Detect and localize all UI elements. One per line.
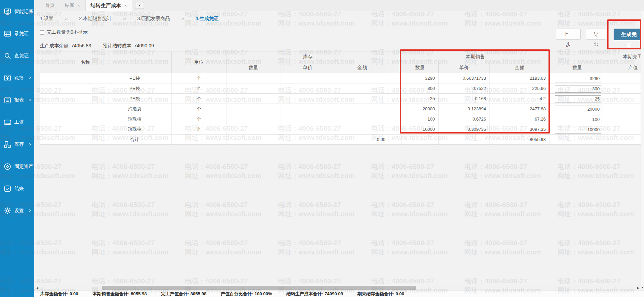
sidebar-item-3[interactable]: 查凭证 (0, 48, 34, 63)
close-icon[interactable]: × (77, 3, 80, 8)
column-header-inv-price: 单价 (280, 62, 335, 73)
cell-sale-amount: 2477.88 (490, 104, 550, 114)
sidebar-item-label: 设置 (14, 208, 24, 214)
cell-unit: 个 (172, 114, 226, 124)
scroll-right-icon[interactable]: ▶ (636, 285, 641, 290)
watermark-text: 电话：4006-6500-27网址：www.tdxsoft.com (92, 238, 169, 257)
watermark-text: 电话：4006-6500-27网址：www.tdxsoft.com (185, 238, 262, 257)
checkbox-icon[interactable] (40, 30, 44, 35)
report-icon (3, 96, 12, 105)
finished-qty-input[interactable]: 25 (555, 95, 601, 103)
cell-inv-price (280, 135, 335, 145)
watermark-phone: 电话：4006-6500-27 (185, 162, 262, 171)
cell-sale-qty: 3290 (401, 73, 439, 83)
sidebar-item-5[interactable]: 报表> (0, 93, 34, 108)
breadcrumb-step-1[interactable]: 1.设置 (40, 16, 54, 22)
watermark-site: 网址：www.tdxsoft.com (371, 248, 448, 257)
voucher-search-icon (3, 51, 12, 60)
scroll-left-icon[interactable]: ◀ (35, 285, 40, 290)
watermark-phone: 电话：4006-6500-27 (371, 200, 448, 209)
close-icon[interactable]: × (125, 3, 127, 8)
sidebar-item-label: 查凭证 (14, 53, 29, 59)
sidebar-item-label: 录凭证 (14, 31, 29, 37)
cell-sale-amount: 8055.98 (490, 135, 550, 145)
sidebar-item-10[interactable]: 设置> (0, 203, 34, 218)
finished-qty-input[interactable]: 100 (555, 116, 601, 123)
previous-step-button[interactable]: 上一步 (556, 29, 581, 40)
horizontal-scrollbar[interactable]: ◀ ▶ (34, 285, 641, 290)
watermark-site: 网址：www.tdxsoft.com (557, 171, 634, 181)
cell-inv-qty (226, 83, 280, 94)
sidebar-item-2[interactable]: 录凭证 (0, 26, 34, 41)
status-item-3: 完工产值合计: 8055.98 (161, 291, 206, 297)
watermark-phone: 电话：4006-6500-27 (92, 277, 169, 286)
breadcrumb-step-4: 4.生成凭证 (195, 16, 219, 22)
watermark-text: 电话：4006-6500-27网址：www.tdxsoft.com (371, 238, 448, 257)
column-header-name: 名称 (40, 51, 172, 73)
watermark-site: 网址：www.tdxsoft.com (464, 19, 541, 28)
export-button[interactable]: 导出 (586, 29, 606, 40)
sidebar-item-label: 报表 (14, 97, 24, 103)
table-row: 珍珠棉个100000.3097353097.35100003097.35 (40, 124, 644, 135)
cell-sale-qty: 100 (401, 114, 439, 124)
vertical-scrollbar[interactable] (641, 11, 644, 285)
tab-closing[interactable]: 结账 × (60, 0, 85, 11)
hide-zero-finished-checkbox[interactable]: 完工数量为0不显示 (40, 29, 88, 35)
cell-sale-price: 0.7522 (439, 83, 490, 94)
watermark-phone: 电话：4006-6500-27 (278, 200, 355, 209)
tab-carryover-production-cost[interactable]: 结转生产成本 × (85, 0, 133, 11)
cell-inv-amount (335, 114, 389, 124)
status-item-4: 产值百分比合计: 100.00% (221, 291, 272, 297)
watermark-phone: 电话：4006-6500-27 (464, 200, 541, 209)
horizontal-scroll-thumb[interactable] (102, 286, 416, 290)
checkbox-label: 完工数量为0不显示 (47, 29, 88, 35)
cell-fin-output: 4.2 (605, 94, 644, 104)
sidebar-item-label: 固定资产 (14, 163, 33, 170)
generate-voucher-button[interactable]: 生成凭证 (614, 29, 644, 40)
cell-sale-qty: 20000 (401, 104, 439, 114)
column-header-sale-price: 单价 (439, 62, 490, 73)
cell-fin-qty: 25 (550, 94, 605, 104)
cell-sale-amount: 225.66 (490, 83, 550, 94)
watermark-site: 网址：www.tdxsoft.com (278, 209, 355, 219)
watermark-phone: 电话：4006-6500-27 (557, 277, 634, 286)
column-header-fin-qty: 数量 (550, 62, 605, 73)
breadcrumb-step-3[interactable]: 3.匹配发票商品 (137, 16, 170, 22)
breadcrumb: 1.设置>2.本期销售统计>3.匹配发票商品>4.生成凭证 (40, 15, 230, 22)
watermark-text: 电话：4006-6500-27网址：www.tdxsoft.com (464, 238, 541, 257)
tab-home[interactable]: 首页 (40, 0, 60, 11)
cell-sale-price: 0.309735 (439, 124, 490, 135)
cell-fin-output: 225.66 (605, 83, 644, 94)
finished-qty-input[interactable]: 20000 (555, 106, 601, 113)
sidebar-item-9[interactable]: 结账 (0, 181, 34, 196)
cell-spacer (389, 124, 401, 135)
status-label: 产值百分比合计: (221, 291, 253, 296)
finished-qty-input[interactable]: 10000 (555, 126, 601, 134)
sidebar-item-8[interactable]: 固定资产 (0, 159, 34, 174)
cell-fin-qty: 3290 (550, 73, 605, 83)
cell-sale-price: 0.168 (439, 94, 490, 104)
watermark-phone: 电话：4006-6500-27 (464, 277, 541, 286)
cell-unit (172, 135, 226, 145)
cell-inv-qty (226, 124, 280, 135)
cell-inv-amount (335, 124, 389, 135)
watermark-text: 电话：4006-6500-27网址：www.tdxsoft.com (278, 200, 355, 219)
tab-list-dropdown[interactable]: ▼ (135, 2, 144, 9)
sidebar-item-1[interactable]: 智能记账 (0, 4, 34, 19)
cell-spacer (389, 83, 401, 94)
cell-spacer (389, 135, 401, 145)
table-row: PE袋个250.1684.2254.2 (40, 94, 644, 104)
status-value: 0.00 (396, 291, 404, 296)
finished-qty-input[interactable]: 300 (555, 85, 601, 93)
sidebar-item-4[interactable]: 账簿> (0, 71, 34, 85)
breadcrumb-step-2[interactable]: 2.本期销售统计 (79, 16, 112, 22)
cell-fin-qty: 100 (550, 114, 605, 124)
cost-balance-label: 生产成本余额: (40, 43, 70, 48)
sidebar-item-6[interactable]: 工资 (0, 115, 34, 130)
cell-inv-price (280, 114, 335, 124)
cell-inv-qty (226, 104, 280, 114)
scroll-down-icon[interactable]: ▼ (641, 286, 644, 288)
sidebar-item-7[interactable]: 库存> (0, 137, 34, 152)
breadcrumb-separator-icon: > (123, 16, 126, 21)
finished-qty-input[interactable]: 3290 (555, 75, 601, 82)
